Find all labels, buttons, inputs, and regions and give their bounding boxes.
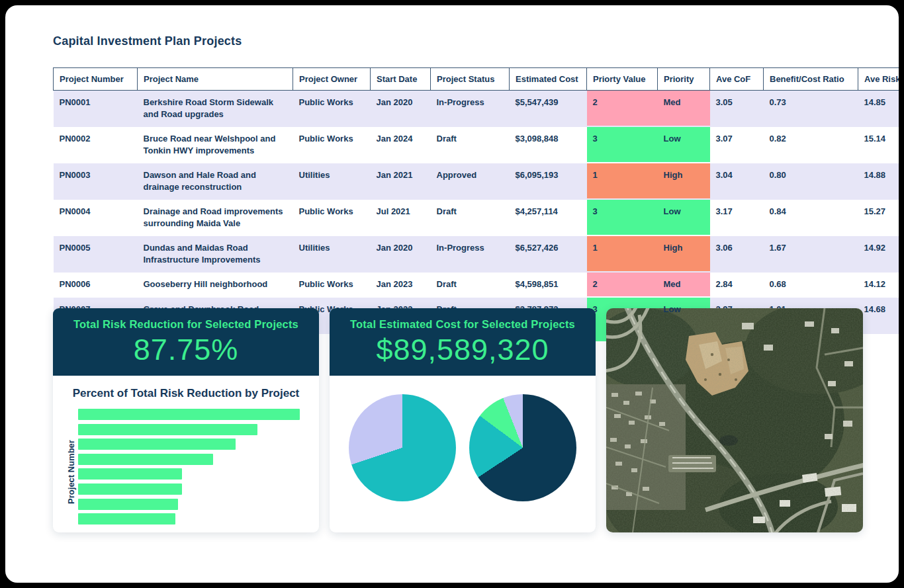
page-title: Capital Investment Plan Projects — [53, 34, 899, 48]
risk-reduction-card: Total Risk Reduction for Selected Projec… — [53, 308, 319, 532]
cell-project-name: Berkshire Road Storm Sidewalk and Road u… — [138, 91, 293, 128]
pie-chart-right[interactable] — [469, 394, 576, 501]
cell-project-owner: Utilities — [293, 236, 371, 273]
cell-priority: Low — [658, 200, 710, 236]
bar-chart-y-axis-label: Project Number — [66, 413, 76, 532]
table-row-pn0004[interactable]: PN0004Drainage and Road improvements sur… — [54, 200, 899, 236]
cell-ave-cof: 3.17 — [710, 200, 764, 236]
cell-estimated-cost: $4,257,114 — [510, 200, 587, 236]
cell-benefit-cost-ratio: 0.82 — [764, 127, 858, 163]
cell-project-number: PN0005 — [54, 236, 138, 273]
column-header-ave-cof: Ave CoF — [710, 68, 764, 91]
cell-project-status: Draft — [431, 127, 510, 163]
table-row-pn0005[interactable]: PN0005Dundas and Maidas Road Infrastruct… — [54, 236, 899, 273]
cell-ave-cof: 3.05 — [710, 91, 764, 128]
cell-priorty-value: 1 — [587, 236, 658, 273]
cell-priority: Low — [658, 127, 710, 163]
priority-color-fill — [658, 163, 710, 198]
cell-priorty-value: 3 — [587, 200, 658, 236]
cell-ave-risk-before: 14.92 — [858, 236, 899, 273]
cell-project-owner: Public Works — [293, 127, 371, 163]
risk-reduction-value: 87.75% — [53, 333, 319, 367]
cell-benefit-cost-ratio: 0.84 — [764, 200, 858, 236]
cell-priority: High — [658, 236, 710, 273]
cell-project-status: Draft — [431, 273, 510, 298]
cell-start-date: Jan 2021 — [371, 163, 431, 200]
cell-project-status: In-Progress — [431, 236, 510, 273]
cell-start-date: Jan 2020 — [371, 236, 431, 273]
cell-ave-risk-before: 14.88 — [858, 163, 899, 200]
cell-ave-cof: 3.07 — [710, 127, 764, 163]
table-row-pn0003[interactable]: PN0003Dawson and Hale Road and drainage … — [54, 163, 899, 200]
cell-priorty-value: 2 — [587, 91, 658, 128]
priority-color-fill — [658, 127, 710, 162]
priority-color-fill — [658, 200, 710, 235]
column-header-start-date: Start Date — [371, 68, 431, 91]
risk-reduction-header: Total Risk Reduction for Selected Projec… — [53, 308, 319, 376]
cell-ave-risk-before: 14.12 — [858, 273, 899, 298]
column-header-benefit-cost-ratio: Benefit/Cost Ratio — [764, 68, 858, 91]
cell-priority: Med — [658, 273, 710, 298]
column-header-project-status: Project Status — [431, 68, 510, 91]
priority-color-fill — [587, 236, 658, 271]
bar-project-1[interactable] — [78, 409, 300, 420]
column-header-estimated-cost: Estimated Cost — [510, 68, 587, 91]
cell-project-status: Approved — [431, 163, 510, 200]
table-row-pn0006[interactable]: PN0006Gooseberry Hill neighborhoodPublic… — [54, 273, 899, 298]
bar-project-2[interactable] — [78, 424, 257, 435]
cell-ave-cof: 3.04 — [710, 163, 764, 200]
column-header-priorty-value: Priorty Value — [587, 68, 658, 91]
cell-project-number: PN0004 — [54, 200, 138, 236]
cell-start-date: Jul 2021 — [371, 200, 431, 236]
cell-project-number: PN0006 — [54, 273, 138, 298]
cell-estimated-cost: $4,598,851 — [510, 273, 587, 298]
aerial-map[interactable] — [606, 308, 863, 532]
cell-ave-cof: 3.06 — [710, 236, 764, 273]
cell-project-owner: Utilities — [293, 163, 371, 200]
cell-project-name: Bruce Road near Welshpool and Tonkin HWY… — [138, 127, 293, 163]
cell-ave-risk-before: 14.85 — [858, 91, 899, 128]
cell-project-number: PN0002 — [54, 127, 138, 163]
bar-chart-bars — [78, 409, 300, 528]
cell-start-date: Jan 2024 — [371, 127, 431, 163]
cell-benefit-cost-ratio: 0.80 — [764, 163, 858, 200]
cell-project-name: Gooseberry Hill neighborhood — [138, 273, 293, 298]
cell-estimated-cost: $3,098,848 — [510, 127, 587, 163]
cell-project-number: PN0001 — [54, 91, 138, 128]
projects-table: Project NumberProject NameProject OwnerS… — [53, 67, 899, 334]
table-row-pn0002[interactable]: PN0002Bruce Road near Welshpool and Tonk… — [54, 127, 899, 163]
cell-priority: Med — [658, 91, 710, 128]
bar-project-7[interactable] — [78, 499, 178, 510]
bar-project-6[interactable] — [78, 483, 182, 495]
header-row: Project NumberProject NameProject OwnerS… — [54, 68, 899, 91]
bar-project-3[interactable] — [78, 439, 236, 450]
cell-estimated-cost: $6,095,193 — [510, 163, 587, 200]
bar-project-4[interactable] — [78, 454, 213, 465]
column-header-priority: Priority — [658, 68, 710, 91]
cell-estimated-cost: $6,527,426 — [510, 236, 587, 273]
cell-priorty-value: 1 — [587, 163, 658, 200]
aerial-map-image — [606, 308, 863, 532]
pie-chart-left[interactable] — [349, 394, 456, 501]
column-header-project-name: Project Name — [138, 68, 293, 91]
bar-chart-title: Percent of Total Risk Reduction by Proje… — [53, 387, 319, 400]
cell-benefit-cost-ratio: 1.67 — [764, 236, 858, 273]
column-header-project-number: Project Number — [54, 68, 138, 91]
cell-project-name: Dawson and Hale Road and drainage recons… — [138, 163, 293, 200]
priority-color-fill — [587, 91, 658, 126]
table-row-pn0001[interactable]: PN0001Berkshire Road Storm Sidewalk and … — [54, 91, 899, 128]
risk-reduction-title: Total Risk Reduction for Selected Projec… — [53, 318, 319, 331]
projects-table-body: PN0001Berkshire Road Storm Sidewalk and … — [54, 91, 899, 335]
cell-project-name: Drainage and Road improvements surroundi… — [138, 200, 293, 236]
column-header-project-owner: Project Owner — [293, 68, 371, 91]
column-header-ave-risk-before: Ave Risk Before — [858, 68, 899, 91]
cell-priorty-value: 3 — [587, 127, 658, 163]
cell-benefit-cost-ratio: 0.73 — [764, 91, 858, 128]
priority-color-fill — [587, 127, 658, 162]
bar-project-8[interactable] — [78, 513, 175, 525]
cell-ave-risk-before: 15.14 — [858, 127, 899, 163]
priority-color-fill — [658, 236, 710, 271]
bar-project-5[interactable] — [78, 468, 182, 480]
cell-project-owner: Public Works — [293, 273, 371, 298]
projects-table-header: Project NumberProject NameProject OwnerS… — [54, 68, 899, 91]
